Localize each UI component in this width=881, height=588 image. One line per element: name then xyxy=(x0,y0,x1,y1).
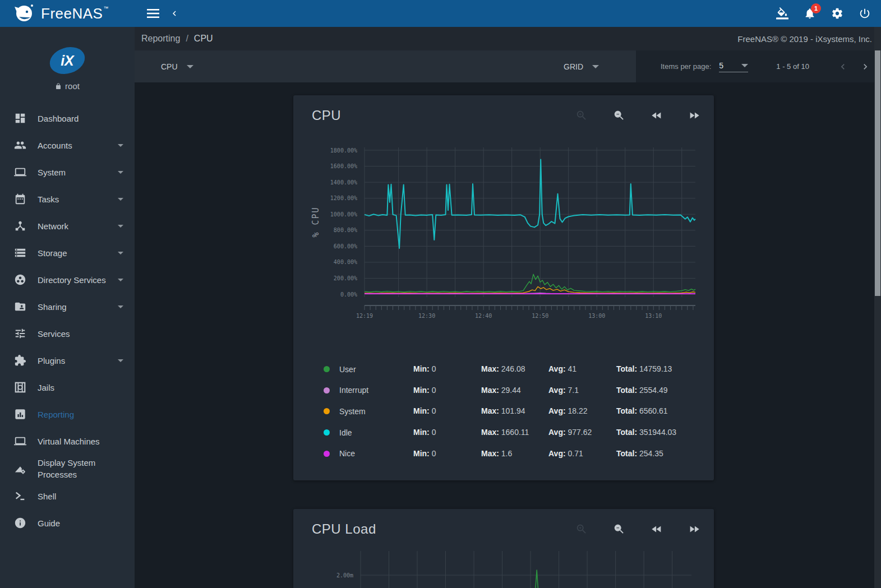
sidebar-item-label: Jails xyxy=(38,382,58,393)
pager xyxy=(836,60,872,73)
svg-text:13:00: 13:00 xyxy=(588,313,605,319)
sidebar-item-label: Storage xyxy=(38,247,71,259)
chevron-down-icon xyxy=(741,64,748,67)
content: Reporting / CPU FreeNAS® © 2019 - iXsyst… xyxy=(135,27,881,588)
zoom-in-icon[interactable] xyxy=(575,109,588,122)
legend-series-name: Idle xyxy=(324,428,413,437)
sidebar-item-directory-services[interactable]: Directory Services xyxy=(0,266,135,293)
step-forward-icon[interactable] xyxy=(688,523,700,535)
cpu-load-card: CPU Load 2.00m1.50m xyxy=(293,509,714,588)
chevron-down-icon xyxy=(118,198,123,201)
jails-icon xyxy=(13,381,27,394)
sidebar-item-accounts[interactable]: Accounts xyxy=(0,132,135,159)
legend-stat-max: Max: 1.6 xyxy=(481,448,548,459)
step-back-icon[interactable] xyxy=(651,109,663,122)
svg-text:400.00%: 400.00% xyxy=(334,259,357,265)
breadcrumb-parent[interactable]: Reporting xyxy=(141,34,180,44)
view-mode-select[interactable]: GRID xyxy=(564,50,599,82)
sidebar-item-label: Guide xyxy=(38,517,63,529)
dashboard-icon xyxy=(13,112,27,125)
chevron-down-icon xyxy=(118,359,123,362)
legend-stat-avg: Avg: 18.22 xyxy=(548,406,616,416)
legend-stat-total: Total: 254.35 xyxy=(616,448,684,459)
legend-series-name: User xyxy=(324,365,413,374)
toolbar-paginator: Items per page: 5 1 - 5 of 10 xyxy=(637,50,881,82)
cpu-load-chart[interactable]: 2.00m1.50m xyxy=(293,547,714,588)
sidebar-item-plugins[interactable]: Plugins xyxy=(0,347,135,374)
sidebar-item-tasks[interactable]: Tasks xyxy=(0,186,135,212)
sidebar-item-label: Plugins xyxy=(38,355,68,367)
previous-page-icon[interactable] xyxy=(836,60,850,73)
chevron-down-icon xyxy=(118,252,123,254)
cpu-chart[interactable]: 0.00%200.00%400.00%600.00%800.00%1000.00… xyxy=(293,143,714,329)
sidebar-item-reporting[interactable]: Reporting xyxy=(0,401,135,428)
zoom-out-icon[interactable] xyxy=(613,109,625,122)
brand: FreeNAS ™ xyxy=(0,0,135,27)
items-per-page-select[interactable]: 5 xyxy=(719,61,748,72)
sidebar-nav: DashboardAccountsSystemTasksNetworkStora… xyxy=(0,105,135,536)
vertical-scrollbar xyxy=(874,27,881,588)
page-range-label: 1 - 5 of 10 xyxy=(776,62,809,71)
chevron-down-icon xyxy=(118,279,123,281)
chevron-down-icon xyxy=(592,65,599,68)
svg-text:0.00%: 0.00% xyxy=(340,291,357,298)
scrollbar-thumb[interactable] xyxy=(875,50,880,296)
theme-fill-icon[interactable] xyxy=(776,7,788,20)
sidebar-item-label: Display System Processes xyxy=(38,457,123,480)
sidebar-item-virtual-machines[interactable]: Virtual Machines xyxy=(0,428,135,455)
svg-text:800.00%: 800.00% xyxy=(334,227,357,233)
cpu-legend: UserMin: 0Max: 246.08Avg: 41Total: 14759… xyxy=(324,359,703,464)
step-back-icon[interactable] xyxy=(651,523,663,535)
zoom-in-icon[interactable] xyxy=(575,523,588,535)
sidebar-item-network[interactable]: Network xyxy=(0,212,135,239)
sidebar-item-jails[interactable]: Jails xyxy=(0,374,135,401)
step-forward-icon[interactable] xyxy=(688,109,700,122)
next-page-icon[interactable] xyxy=(859,60,872,73)
chevron-down-icon xyxy=(118,305,123,308)
tasks-icon xyxy=(13,192,27,206)
plugins-icon xyxy=(13,354,27,367)
sidebar-item-dashboard[interactable]: Dashboard xyxy=(0,105,135,132)
chevron-down-icon xyxy=(187,65,193,68)
card-actions xyxy=(575,109,700,122)
sidenav-collapse-icon[interactable] xyxy=(169,8,179,18)
sidebar-item-services[interactable]: Services xyxy=(0,320,135,347)
services-icon xyxy=(13,327,27,340)
sidebar-item-sharing[interactable]: Sharing xyxy=(0,293,135,320)
org-block: iX root xyxy=(0,27,135,105)
legend-stat-min: Min: 0 xyxy=(413,406,481,416)
legend-stat-total: Total: 6560.61 xyxy=(616,406,684,416)
legend-color-dot xyxy=(324,387,330,393)
directory-services-icon xyxy=(13,273,27,286)
menu-icon[interactable] xyxy=(147,9,159,18)
sidebar-item-guide[interactable]: Guide xyxy=(0,510,135,536)
svg-text:1000.00%: 1000.00% xyxy=(330,211,357,217)
svg-text:12:50: 12:50 xyxy=(532,313,548,319)
sidebar-item-system[interactable]: System xyxy=(0,159,135,186)
legend-color-dot xyxy=(324,429,330,436)
legend-stat-avg: Avg: 977.62 xyxy=(548,427,616,438)
report-page: CPU 0.00%200.00%400.00%600.00%800.00%100… xyxy=(135,82,881,588)
settings-gear-icon[interactable] xyxy=(831,7,843,20)
svg-text:13:10: 13:10 xyxy=(645,313,662,319)
legend-stat-min: Min: 0 xyxy=(413,385,481,396)
svg-text:600.00%: 600.00% xyxy=(334,243,357,249)
sidebar-item-label: System xyxy=(38,166,69,178)
zoom-out-icon[interactable] xyxy=(613,523,625,535)
svg-text:12:40: 12:40 xyxy=(475,313,492,319)
breadcrumb: Reporting / CPU xyxy=(141,34,213,44)
power-icon[interactable] xyxy=(859,7,871,20)
svg-text:1400.00%: 1400.00% xyxy=(330,179,357,186)
topbar: FreeNAS ™ 1 xyxy=(0,0,881,27)
svg-text:12:30: 12:30 xyxy=(418,313,435,319)
sidebar-item-shell[interactable]: Shell xyxy=(0,483,135,510)
copyright-note: FreeNAS® © 2019 - iXsystems, Inc. xyxy=(737,34,872,44)
sidebar-item-storage[interactable]: Storage xyxy=(0,239,135,266)
report-type-select[interactable]: CPU xyxy=(161,50,193,82)
brand-name: FreeNAS xyxy=(41,5,103,22)
sidebar-item-display-system-processes[interactable]: Display System Processes xyxy=(0,455,135,483)
topbar-actions: 1 xyxy=(776,0,871,27)
ix-logo: iX xyxy=(46,43,88,78)
legend-row-user: UserMin: 0Max: 246.08Avg: 41Total: 14759… xyxy=(324,359,703,380)
legend-stat-max: Max: 29.44 xyxy=(481,385,548,396)
